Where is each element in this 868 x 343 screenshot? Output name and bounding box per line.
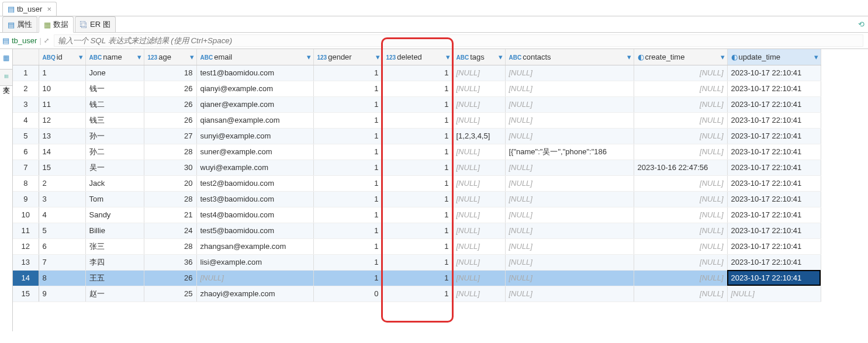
editor-tab-tb_user[interactable]: ▤ tb_user × <box>2 2 57 16</box>
cell-id[interactable]: 10 <box>39 81 85 96</box>
cell-deleted[interactable]: 1 <box>382 65 452 81</box>
funnel-icon[interactable]: ▾ <box>627 53 631 61</box>
cell-gender[interactable]: 1 <box>313 175 382 191</box>
table-row[interactable]: 137李四36lisi@example.com11[NULL][NULL][NU… <box>13 254 821 270</box>
cell-contacts[interactable]: [NULL] <box>505 238 634 254</box>
cell-id[interactable]: 1 <box>39 65 85 81</box>
cell-id[interactable]: 13 <box>39 128 85 144</box>
cell-id[interactable]: 11 <box>39 96 85 112</box>
cell-id[interactable]: 4 <box>39 207 85 223</box>
cell-deleted[interactable]: 1 <box>382 144 452 160</box>
cell-tags[interactable]: [NULL] <box>452 160 505 175</box>
cell-name[interactable]: 张三 <box>85 238 144 254</box>
cell-id[interactable]: 6 <box>39 238 85 254</box>
cell-deleted[interactable]: 1 <box>382 81 452 96</box>
mode-text[interactable]: ≡ 文本 <box>0 70 12 86</box>
cell-email[interactable]: test4@baomidou.com <box>196 207 313 223</box>
cell-contacts[interactable]: [NULL] <box>505 175 634 191</box>
row-number[interactable]: 3 <box>13 96 39 112</box>
cell-id[interactable]: 7 <box>39 254 85 270</box>
cell-tags[interactable]: [NULL] <box>452 238 505 254</box>
cell-name[interactable]: 王五 <box>85 270 144 286</box>
cell-tags[interactable]: [1,2,3,4,5] <box>452 128 505 144</box>
cell-name[interactable]: 钱二 <box>85 96 144 112</box>
cell-age[interactable]: 28 <box>144 238 196 254</box>
cell-gender[interactable]: 1 <box>313 112 382 128</box>
cell-gender[interactable]: 1 <box>313 96 382 112</box>
cell-tags[interactable]: [NULL] <box>452 112 505 128</box>
cell-create_time[interactable]: [NULL] <box>634 65 727 81</box>
cell-id[interactable]: 14 <box>39 144 85 160</box>
funnel-icon[interactable]: ▾ <box>137 53 141 61</box>
cell-id[interactable]: 3 <box>39 191 85 207</box>
cell-gender[interactable]: 1 <box>313 207 382 223</box>
cell-deleted[interactable]: 1 <box>382 254 452 270</box>
cell-update_time[interactable]: 2023-10-17 22:10:41 <box>727 223 821 238</box>
funnel-icon[interactable]: ▾ <box>376 53 380 61</box>
row-number[interactable]: 15 <box>13 286 39 302</box>
cell-email[interactable]: wuyi@example.com <box>196 160 313 175</box>
cell-create_time[interactable]: [NULL] <box>634 81 727 96</box>
cell-age[interactable]: 20 <box>144 175 196 191</box>
table-row[interactable]: 104Sandy21test4@baomidou.com11[NULL][NUL… <box>13 207 821 223</box>
cell-contacts[interactable]: [NULL] <box>505 191 634 207</box>
table-row[interactable]: 148王五26[NULL]11[NULL][NULL][NULL]2023-10… <box>13 270 821 286</box>
cell-update_time[interactable]: 2023-10-17 22:10:41 <box>727 207 821 223</box>
table-row[interactable]: 210钱一26qianyi@example.com11[NULL][NULL][… <box>13 81 821 96</box>
cell-tags[interactable]: [NULL] <box>452 144 505 160</box>
cell-create_time[interactable]: [NULL] <box>634 191 727 207</box>
column-header-deleted[interactable]: 123deleted▾ <box>382 49 452 65</box>
cell-contacts[interactable]: [NULL] <box>505 81 634 96</box>
cell-gender[interactable]: 1 <box>313 160 382 175</box>
column-header-contacts[interactable]: ABCcontacts▾ <box>505 49 634 65</box>
cell-name[interactable]: 钱三 <box>85 112 144 128</box>
cell-update_time[interactable]: 2023-10-17 22:10:41 <box>727 112 821 128</box>
cell-email[interactable]: qianyi@example.com <box>196 81 313 96</box>
cell-contacts[interactable]: [NULL] <box>505 207 634 223</box>
cell-tags[interactable]: [NULL] <box>452 223 505 238</box>
column-header-create_time[interactable]: create_time▾ <box>634 49 727 65</box>
tab-data[interactable]: ▦ 数据 <box>39 16 74 33</box>
cell-age[interactable]: 27 <box>144 128 196 144</box>
table-row[interactable]: 715吴一30wuyi@example.com11[NULL][NULL]202… <box>13 160 821 175</box>
cell-name[interactable]: Jone <box>85 65 144 81</box>
cell-age[interactable]: 24 <box>144 223 196 238</box>
cell-name[interactable]: 吴一 <box>85 160 144 175</box>
cell-tags[interactable]: [NULL] <box>452 65 505 81</box>
cell-name[interactable]: Billie <box>85 223 144 238</box>
table-row[interactable]: 115Billie24test5@baomidou.com11[NULL][NU… <box>13 223 821 238</box>
funnel-icon[interactable]: ▾ <box>446 53 450 61</box>
funnel-icon[interactable]: ▾ <box>499 53 503 61</box>
cell-tags[interactable]: [NULL] <box>452 191 505 207</box>
cell-age[interactable]: 36 <box>144 254 196 270</box>
funnel-icon[interactable]: ▾ <box>190 53 194 61</box>
cell-contacts[interactable]: [NULL] <box>505 65 634 81</box>
tab-er-diagram[interactable]: ⿻ ER 图 <box>75 16 116 32</box>
cell-deleted[interactable]: 1 <box>382 128 452 144</box>
cell-id[interactable]: 15 <box>39 160 85 175</box>
cell-id[interactable]: 2 <box>39 175 85 191</box>
cell-age[interactable]: 26 <box>144 270 196 286</box>
cell-deleted[interactable]: 1 <box>382 175 452 191</box>
cell-age[interactable]: 28 <box>144 144 196 160</box>
cell-gender[interactable]: 1 <box>313 223 382 238</box>
cell-name[interactable]: 钱一 <box>85 81 144 96</box>
table-row[interactable]: 93Tom28test3@baomidou.com11[NULL][NULL][… <box>13 191 821 207</box>
cell-create_time[interactable]: [NULL] <box>634 207 727 223</box>
cell-contacts[interactable]: [NULL] <box>505 96 634 112</box>
cell-gender[interactable]: 1 <box>313 65 382 81</box>
sql-filter-input[interactable] <box>54 34 863 47</box>
table-row[interactable]: 412钱三26qiansan@example.com11[NULL][NULL]… <box>13 112 821 128</box>
funnel-icon[interactable]: ▾ <box>721 53 725 61</box>
cell-age[interactable]: 26 <box>144 81 196 96</box>
cell-id[interactable]: 5 <box>39 223 85 238</box>
row-number[interactable]: 13 <box>13 254 39 270</box>
cell-update_time[interactable]: [NULL] <box>727 286 821 302</box>
cell-deleted[interactable]: 1 <box>382 160 452 175</box>
table-row[interactable]: 126张三28zhangsan@example.com11[NULL][NULL… <box>13 238 821 254</box>
cell-email[interactable]: test3@baomidou.com <box>196 191 313 207</box>
cell-tags[interactable]: [NULL] <box>452 254 505 270</box>
table-row[interactable]: 513孙一27sunyi@example.com11[1,2,3,4,5][NU… <box>13 128 821 144</box>
cell-deleted[interactable]: 1 <box>382 238 452 254</box>
cell-age[interactable]: 26 <box>144 96 196 112</box>
